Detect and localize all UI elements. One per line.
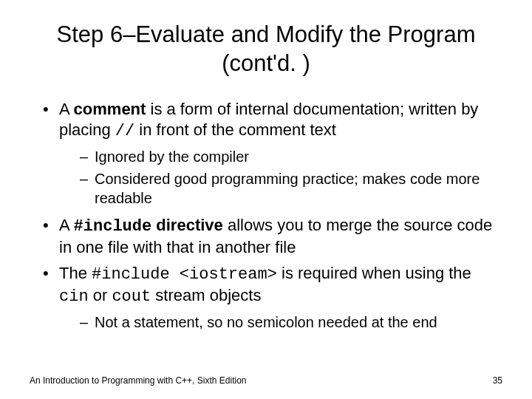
- text-run: Not a statement, so no semicolon needed …: [95, 314, 437, 330]
- text-run: #include: [74, 217, 152, 236]
- text-run: is required when using the: [277, 264, 471, 282]
- text-run: cout: [112, 287, 151, 306]
- footer-text: An Introduction to Programming with C++,…: [30, 375, 246, 386]
- bullet-item: A #include directive allows you to merge…: [43, 215, 502, 259]
- text-run: A: [59, 216, 74, 234]
- text-run: directive: [151, 216, 223, 234]
- bullet-list: A comment is a form of internal document…: [30, 99, 502, 332]
- slide: Step 6–Evaluate and Modify the Program (…: [0, 0, 532, 399]
- text-run: //: [115, 122, 134, 140]
- text-run: stream objects: [151, 286, 261, 304]
- text-run: comment: [74, 100, 146, 118]
- slide-title: Step 6–Evaluate and Modify the Program (…: [30, 21, 502, 78]
- page-number: 35: [493, 375, 502, 386]
- sub-bullet-list: Ignored by the compilerConsidered good p…: [59, 147, 502, 208]
- bullet-item: The #include <iostream> is required when…: [43, 263, 502, 332]
- sub-bullet-item: Ignored by the compiler: [80, 147, 502, 166]
- text-run: Considered good programming practice; ma…: [95, 171, 480, 206]
- sub-bullet-list: Not a statement, so no semicolon needed …: [59, 313, 502, 332]
- footer: An Introduction to Programming with C++,…: [30, 375, 502, 386]
- text-run: cin: [59, 287, 89, 306]
- text-run: The: [59, 264, 92, 282]
- text-run: #include <iostream>: [92, 265, 277, 284]
- sub-bullet-item: Not a statement, so no semicolon needed …: [80, 313, 502, 332]
- text-run: or: [89, 286, 112, 304]
- text-run: A: [59, 100, 74, 118]
- text-run: in front of the comment text: [134, 120, 336, 139]
- bullet-item: A comment is a form of internal document…: [43, 99, 502, 208]
- sub-bullet-item: Considered good programming practice; ma…: [80, 169, 502, 208]
- text-run: Ignored by the compiler: [95, 149, 249, 165]
